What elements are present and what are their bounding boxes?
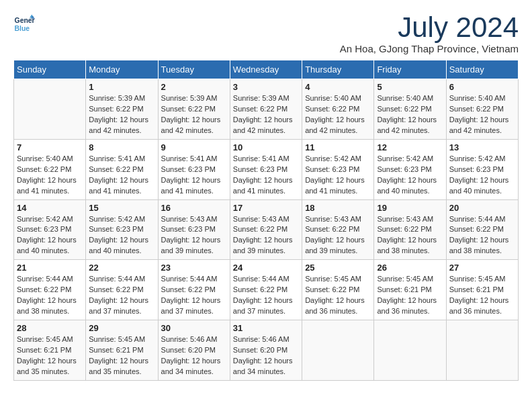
logo-icon: General Blue — [13, 13, 35, 35]
day-number: 6 — [449, 82, 515, 92]
day-cell: 17Sunrise: 5:43 AM Sunset: 6:22 PM Dayli… — [230, 199, 302, 260]
day-number: 13 — [449, 142, 515, 152]
page-header: General Blue July 2024 An Hoa, GJong Tha… — [13, 13, 519, 54]
day-info: Sunrise: 5:43 AM Sunset: 6:22 PM Dayligh… — [233, 214, 299, 257]
day-number: 15 — [89, 203, 154, 213]
day-number: 27 — [449, 263, 515, 273]
day-info: Sunrise: 5:46 AM Sunset: 6:20 PM Dayligh… — [161, 334, 227, 377]
week-row-3: 14Sunrise: 5:42 AM Sunset: 6:23 PM Dayli… — [14, 199, 519, 260]
day-number: 18 — [305, 203, 371, 213]
day-number: 3 — [233, 82, 299, 92]
day-cell: 2Sunrise: 5:39 AM Sunset: 6:22 PM Daylig… — [158, 79, 230, 140]
day-cell: 16Sunrise: 5:43 AM Sunset: 6:23 PM Dayli… — [158, 199, 230, 260]
day-cell: 31Sunrise: 5:46 AM Sunset: 6:20 PM Dayli… — [230, 320, 302, 381]
day-number: 22 — [89, 263, 154, 273]
day-number: 8 — [89, 142, 154, 152]
day-info: Sunrise: 5:43 AM Sunset: 6:22 PM Dayligh… — [305, 214, 371, 257]
day-cell: 5Sunrise: 5:40 AM Sunset: 6:22 PM Daylig… — [374, 79, 446, 140]
day-info: Sunrise: 5:45 AM Sunset: 6:21 PM Dayligh… — [89, 334, 154, 377]
day-cell — [446, 320, 518, 381]
day-number: 25 — [305, 263, 371, 273]
day-cell: 21Sunrise: 5:44 AM Sunset: 6:22 PM Dayli… — [14, 260, 86, 320]
day-cell: 9Sunrise: 5:41 AM Sunset: 6:23 PM Daylig… — [158, 139, 230, 199]
day-info: Sunrise: 5:41 AM Sunset: 6:22 PM Dayligh… — [89, 154, 154, 197]
day-cell: 27Sunrise: 5:45 AM Sunset: 6:21 PM Dayli… — [446, 260, 518, 320]
weekday-header-wednesday: Wednesday — [230, 60, 302, 79]
day-cell: 30Sunrise: 5:46 AM Sunset: 6:20 PM Dayli… — [158, 320, 230, 381]
day-cell: 11Sunrise: 5:42 AM Sunset: 6:23 PM Dayli… — [302, 139, 374, 199]
weekday-header-saturday: Saturday — [446, 60, 518, 79]
day-info: Sunrise: 5:44 AM Sunset: 6:22 PM Dayligh… — [89, 274, 154, 317]
logo: General Blue — [13, 13, 35, 35]
day-info: Sunrise: 5:44 AM Sunset: 6:22 PM Dayligh… — [449, 214, 515, 257]
day-number: 26 — [377, 263, 443, 273]
day-info: Sunrise: 5:42 AM Sunset: 6:23 PM Dayligh… — [377, 154, 443, 197]
day-info: Sunrise: 5:39 AM Sunset: 6:22 PM Dayligh… — [89, 93, 154, 136]
day-number: 11 — [305, 142, 371, 152]
month-title: July 2024 — [340, 13, 519, 42]
week-row-1: 1Sunrise: 5:39 AM Sunset: 6:22 PM Daylig… — [14, 79, 519, 140]
day-number: 24 — [233, 263, 299, 273]
weekday-header-sunday: Sunday — [14, 60, 86, 79]
day-info: Sunrise: 5:40 AM Sunset: 6:22 PM Dayligh… — [17, 154, 83, 197]
day-cell: 24Sunrise: 5:44 AM Sunset: 6:22 PM Dayli… — [230, 260, 302, 320]
day-info: Sunrise: 5:46 AM Sunset: 6:20 PM Dayligh… — [233, 334, 299, 377]
day-info: Sunrise: 5:41 AM Sunset: 6:23 PM Dayligh… — [161, 154, 227, 197]
day-cell: 10Sunrise: 5:41 AM Sunset: 6:23 PM Dayli… — [230, 139, 302, 199]
day-info: Sunrise: 5:42 AM Sunset: 6:23 PM Dayligh… — [305, 154, 371, 197]
day-cell: 22Sunrise: 5:44 AM Sunset: 6:22 PM Dayli… — [86, 260, 158, 320]
day-cell — [14, 79, 86, 140]
day-cell: 14Sunrise: 5:42 AM Sunset: 6:23 PM Dayli… — [14, 199, 86, 260]
day-cell: 20Sunrise: 5:44 AM Sunset: 6:22 PM Dayli… — [446, 199, 518, 260]
day-cell: 12Sunrise: 5:42 AM Sunset: 6:23 PM Dayli… — [374, 139, 446, 199]
day-number: 17 — [233, 203, 299, 213]
day-cell — [302, 320, 374, 381]
day-cell: 1Sunrise: 5:39 AM Sunset: 6:22 PM Daylig… — [86, 79, 158, 140]
day-cell: 6Sunrise: 5:40 AM Sunset: 6:22 PM Daylig… — [446, 79, 518, 140]
day-info: Sunrise: 5:40 AM Sunset: 6:22 PM Dayligh… — [449, 93, 515, 136]
day-info: Sunrise: 5:45 AM Sunset: 6:21 PM Dayligh… — [449, 274, 515, 317]
day-info: Sunrise: 5:42 AM Sunset: 6:23 PM Dayligh… — [449, 154, 515, 197]
day-number: 2 — [161, 82, 227, 92]
day-info: Sunrise: 5:43 AM Sunset: 6:22 PM Dayligh… — [377, 214, 443, 257]
week-row-2: 7Sunrise: 5:40 AM Sunset: 6:22 PM Daylig… — [14, 139, 519, 199]
day-info: Sunrise: 5:45 AM Sunset: 6:21 PM Dayligh… — [17, 334, 83, 377]
day-number: 10 — [233, 142, 299, 152]
day-number: 23 — [161, 263, 227, 273]
day-cell: 18Sunrise: 5:43 AM Sunset: 6:22 PM Dayli… — [302, 199, 374, 260]
calendar-table: SundayMondayTuesdayWednesdayThursdayFrid… — [13, 60, 519, 381]
day-number: 12 — [377, 142, 443, 152]
day-info: Sunrise: 5:41 AM Sunset: 6:23 PM Dayligh… — [233, 154, 299, 197]
day-number: 20 — [449, 203, 515, 213]
day-info: Sunrise: 5:42 AM Sunset: 6:23 PM Dayligh… — [89, 214, 154, 257]
day-number: 5 — [377, 82, 443, 92]
day-number: 28 — [17, 323, 83, 333]
day-number: 29 — [89, 323, 154, 333]
day-info: Sunrise: 5:40 AM Sunset: 6:22 PM Dayligh… — [377, 93, 443, 136]
day-cell: 7Sunrise: 5:40 AM Sunset: 6:22 PM Daylig… — [14, 139, 86, 199]
day-number: 16 — [161, 203, 227, 213]
weekday-header-monday: Monday — [86, 60, 158, 79]
day-number: 30 — [161, 323, 227, 333]
day-cell: 3Sunrise: 5:39 AM Sunset: 6:22 PM Daylig… — [230, 79, 302, 140]
day-number: 4 — [305, 82, 371, 92]
day-cell — [374, 320, 446, 381]
day-number: 14 — [17, 203, 83, 213]
day-info: Sunrise: 5:43 AM Sunset: 6:23 PM Dayligh… — [161, 214, 227, 257]
day-number: 21 — [17, 263, 83, 273]
day-number: 1 — [89, 82, 154, 92]
day-number: 31 — [233, 323, 299, 333]
day-number: 7 — [17, 142, 83, 152]
day-info: Sunrise: 5:45 AM Sunset: 6:21 PM Dayligh… — [377, 274, 443, 317]
location: An Hoa, GJong Thap Province, Vietnam — [340, 43, 519, 54]
title-block: July 2024 An Hoa, GJong Thap Province, V… — [340, 13, 519, 54]
day-info: Sunrise: 5:44 AM Sunset: 6:22 PM Dayligh… — [161, 274, 227, 317]
weekday-header-friday: Friday — [374, 60, 446, 79]
svg-text:Blue: Blue — [15, 25, 30, 32]
week-row-5: 28Sunrise: 5:45 AM Sunset: 6:21 PM Dayli… — [14, 320, 519, 381]
weekday-header-thursday: Thursday — [302, 60, 374, 79]
day-cell: 28Sunrise: 5:45 AM Sunset: 6:21 PM Dayli… — [14, 320, 86, 381]
day-cell: 29Sunrise: 5:45 AM Sunset: 6:21 PM Dayli… — [86, 320, 158, 381]
day-info: Sunrise: 5:45 AM Sunset: 6:22 PM Dayligh… — [305, 274, 371, 317]
day-info: Sunrise: 5:44 AM Sunset: 6:22 PM Dayligh… — [17, 274, 83, 317]
